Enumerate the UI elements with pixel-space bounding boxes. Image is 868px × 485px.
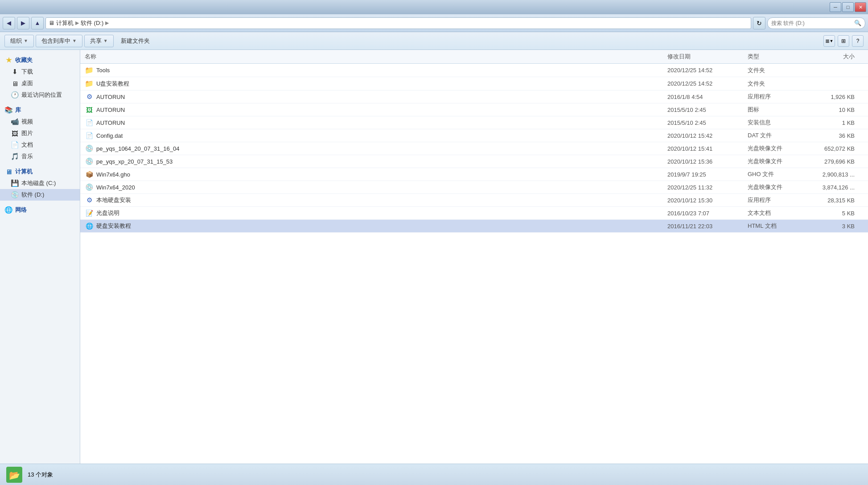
toolbar: 组织 ▼ 包含到库中 ▼ 共享 ▼ 新建文件夹 ≣ ▼ ⊞ ? — [0, 32, 868, 50]
table-row[interactable]: ⚙ 本地硬盘安装 2020/10/12 15:30 应用程序 28,315 KB — [80, 194, 868, 207]
table-row[interactable]: 📁 U盘安装教程 2020/12/25 14:52 文件夹 — [80, 77, 868, 90]
file-date: 2020/10/12 15:41 — [667, 145, 748, 152]
status-app-icon: 📂 — [6, 467, 22, 483]
file-name-cell: ⚙ AUTORUN — [85, 93, 667, 101]
refresh-button[interactable]: ↻ — [753, 17, 765, 29]
file-name: 本地硬盘安装 — [96, 196, 131, 204]
close-button[interactable]: ✕ — [855, 2, 866, 12]
pictures-icon: 🖼 — [11, 129, 19, 137]
file-type-label: 光盘映像文件 — [748, 144, 810, 152]
table-row[interactable]: 📄 Config.dat 2020/10/12 15:42 DAT 文件 36 … — [80, 129, 868, 142]
sidebar-item-drive-c[interactable]: 💾 本地磁盘 (C:) — [0, 177, 80, 189]
col-header-date[interactable]: 修改日期 — [667, 53, 748, 61]
file-type-label: 应用程序 — [748, 196, 810, 204]
file-date: 2020/12/25 11:32 — [667, 184, 748, 191]
organize-button[interactable]: 组织 ▼ — [4, 35, 34, 47]
sidebar-section-library: 📚 库 📹 视频 🖼 图片 📄 文档 🎵 音乐 — [0, 104, 80, 162]
file-name-cell: 📝 光盘说明 — [85, 209, 667, 217]
file-name-cell: 🌐 硬盘安装教程 — [85, 222, 667, 230]
sidebar-header-network[interactable]: 🌐 网络 — [0, 204, 80, 216]
sidebar-item-label: 图片 — [21, 129, 33, 137]
breadcrumb-end-arrow: ▶ — [105, 20, 109, 26]
file-name-cell: 📄 AUTORUN — [85, 119, 667, 126]
svg-text:📂: 📂 — [9, 470, 20, 481]
file-type-icon: 📦 — [85, 171, 94, 178]
view-toggle-button[interactable]: ≣ ▼ — [823, 35, 835, 47]
col-header-type[interactable]: 类型 — [748, 53, 810, 61]
file-size: 2,900,813 ... — [810, 171, 864, 178]
file-list-header: 名称 修改日期 类型 大小 — [80, 50, 868, 64]
library-label: 库 — [15, 106, 21, 114]
back-button[interactable]: ◀ — [3, 17, 15, 29]
file-type-icon: 💿 — [85, 183, 94, 191]
table-row[interactable]: 📄 AUTORUN 2015/5/10 2:45 安装信息 1 KB — [80, 116, 868, 129]
sidebar-item-drive-d[interactable]: 💿 软件 (D:) — [0, 189, 80, 201]
file-type-icon: 📁 — [85, 79, 94, 88]
up-button[interactable]: ▲ — [31, 17, 44, 29]
new-folder-button[interactable]: 新建文件夹 — [115, 35, 155, 47]
file-type-icon: ⚙ — [85, 93, 94, 101]
table-row[interactable]: ⚙ AUTORUN 2016/1/8 4:54 应用程序 1,926 KB — [80, 90, 868, 103]
sidebar-item-download[interactable]: ⬇ 下载 — [0, 66, 80, 78]
file-type-label: 安装信息 — [748, 119, 810, 127]
sidebar-item-documents[interactable]: 📄 文档 — [0, 139, 80, 151]
organize-label: 组织 — [10, 37, 22, 45]
library-icon: 📚 — [4, 106, 12, 114]
sidebar-item-desktop[interactable]: 🖥 桌面 — [0, 78, 80, 89]
file-date: 2020/12/25 14:52 — [667, 80, 748, 87]
table-row[interactable]: 📦 Win7x64.gho 2019/9/7 19:25 GHO 文件 2,90… — [80, 168, 868, 181]
sidebar-item-label: 最近访问的位置 — [21, 91, 62, 99]
table-row[interactable]: 📝 光盘说明 2016/10/23 7:07 文本文档 5 KB — [80, 207, 868, 220]
table-row[interactable]: 🌐 硬盘安装教程 2016/11/21 22:03 HTML 文档 3 KB — [80, 220, 868, 233]
forward-button[interactable]: ▶ — [17, 17, 29, 29]
file-type-label: 应用程序 — [748, 93, 810, 101]
toolbar-right: ≣ ▼ ⊞ ? — [823, 35, 864, 47]
file-type-icon: 📄 — [85, 132, 94, 139]
search-input[interactable] — [771, 20, 852, 26]
table-row[interactable]: 📁 Tools 2020/12/25 14:52 文件夹 — [80, 64, 868, 77]
minimize-button[interactable]: ─ — [830, 2, 841, 12]
table-row[interactable]: 🖼 AUTORUN 2015/5/10 2:45 图标 10 KB — [80, 103, 868, 116]
sidebar-item-recent[interactable]: 🕐 最近访问的位置 — [0, 89, 80, 101]
favorites-label: 收藏夹 — [15, 56, 33, 64]
table-row[interactable]: 💿 pe_yqs_1064_20_07_31_16_04 2020/10/12 … — [80, 142, 868, 155]
sidebar-header-library[interactable]: 📚 库 — [0, 104, 80, 116]
sidebar-item-music[interactable]: 🎵 音乐 — [0, 151, 80, 162]
include-label: 包含到库中 — [41, 37, 70, 45]
video-icon: 📹 — [11, 118, 19, 126]
file-type-label: 文件夹 — [748, 80, 810, 88]
share-button[interactable]: 共享 ▼ — [84, 35, 114, 47]
breadcrumb[interactable]: 🖥 计算机 ▶ 软件 (D:) ▶ — [45, 17, 751, 29]
file-name: AUTORUN — [96, 107, 125, 113]
maximize-button[interactable]: □ — [842, 2, 854, 12]
col-header-size[interactable]: 大小 — [810, 53, 864, 61]
breadcrumb-part-0[interactable]: 计算机 — [56, 19, 74, 27]
file-type-icon: 🖼 — [85, 106, 94, 114]
sidebar-item-video[interactable]: 📹 视频 — [0, 116, 80, 127]
file-date: 2016/10/23 7:07 — [667, 210, 748, 217]
sidebar: ★ 收藏夹 ⬇ 下载 🖥 桌面 🕐 最近访问的位置 📚 库 � — [0, 50, 80, 464]
computer-label: 计算机 — [15, 168, 33, 176]
recent-icon: 🕐 — [11, 91, 19, 99]
file-name-cell: ⚙ 本地硬盘安装 — [85, 196, 667, 204]
sidebar-header-favorites[interactable]: ★ 收藏夹 — [0, 54, 80, 66]
file-date: 2016/1/8 4:54 — [667, 94, 748, 100]
file-size: 279,696 KB — [810, 158, 864, 165]
col-header-name[interactable]: 名称 — [85, 53, 667, 61]
file-date: 2020/10/12 15:42 — [667, 132, 748, 139]
sidebar-item-pictures[interactable]: 🖼 图片 — [0, 127, 80, 139]
network-label: 网络 — [15, 206, 27, 214]
file-name: AUTORUN — [96, 119, 125, 126]
help-button[interactable]: ? — [852, 35, 864, 47]
breadcrumb-part-1[interactable]: 软件 (D:) — [81, 19, 103, 27]
download-icon: ⬇ — [11, 68, 19, 76]
address-bar: ◀ ▶ ▲ 🖥 计算机 ▶ 软件 (D:) ▶ ↻ 🔍 — [0, 14, 868, 32]
table-row[interactable]: 💿 Win7x64_2020 2020/12/25 11:32 光盘映像文件 3… — [80, 181, 868, 194]
table-row[interactable]: 💿 pe_yqs_xp_20_07_31_15_53 2020/10/12 15… — [80, 155, 868, 168]
network-icon: 🌐 — [4, 206, 12, 214]
file-type-label: 文件夹 — [748, 66, 810, 74]
preview-pane-button[interactable]: ⊞ — [838, 35, 849, 47]
sidebar-header-computer[interactable]: 🖥 计算机 — [0, 166, 80, 177]
include-library-button[interactable]: 包含到库中 ▼ — [36, 35, 82, 47]
sidebar-item-label: 软件 (D:) — [21, 191, 44, 199]
